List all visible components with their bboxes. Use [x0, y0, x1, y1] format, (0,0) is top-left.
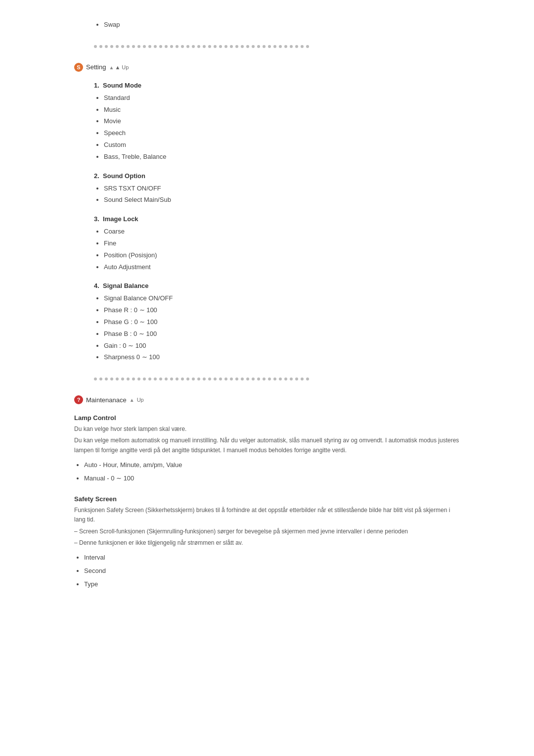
- list-item: Custom: [104, 140, 460, 150]
- list-item: Phase G : 0 ∼ 100: [104, 317, 460, 328]
- sound-mode-title: 1. Sound Mode: [94, 82, 460, 89]
- list-item: SRS TSXT ON/OFF: [104, 184, 460, 194]
- dot-divider-top: [74, 45, 460, 48]
- list-item: Phase R : 0 ∼ 100: [104, 305, 460, 316]
- list-item: Sound Select Main/Sub: [104, 195, 460, 205]
- list-item: Position (Posisjon): [104, 250, 460, 261]
- lamp-control-list: Auto - Hour, Minute, am/pm, Value Manual…: [74, 460, 460, 484]
- safety-screen-list: Interval Second Type: [74, 553, 460, 589]
- top-bullet-list: Swap: [94, 20, 460, 30]
- maintenance-header: ? Maintenanace ▲ Up: [74, 395, 460, 404]
- list-item: Second: [84, 566, 460, 576]
- list-item: Auto - Hour, Minute, am/pm, Value: [84, 460, 460, 471]
- list-item: Fine: [104, 238, 460, 249]
- safety-screen-para-3: – Denne funksjonen er ikke tilgjengelig …: [74, 538, 460, 548]
- setting-section: S Setting ▲▲ Up 1. Sound Mode Standard M…: [74, 63, 460, 363]
- safety-screen-title: Safety Screen: [74, 495, 460, 503]
- list-item: Phase B : 0 ∼ 100: [104, 329, 460, 339]
- maintenance-icon: ?: [74, 395, 83, 404]
- lamp-control-block: Lamp Control Du kan velge hvor sterk lam…: [74, 414, 460, 483]
- sound-option-title: 2. Sound Option: [94, 172, 460, 180]
- maintenance-section: ? Maintenanace ▲ Up Lamp Control Du kan …: [74, 395, 460, 589]
- list-item: Coarse: [104, 227, 460, 237]
- signal-balance-list: Signal Balance ON/OFF Phase R : 0 ∼ 100 …: [94, 293, 460, 363]
- dot-divider-bottom: [74, 378, 460, 380]
- list-item: Interval: [84, 553, 460, 563]
- list-item: Movie: [104, 116, 460, 127]
- setting-up-link[interactable]: ▲▲ Up: [109, 64, 129, 70]
- signal-balance-title: 4. Signal Balance: [94, 282, 460, 289]
- up-arrow-icon: ▲: [109, 65, 114, 70]
- list-item: Sharpness 0 ∼ 100: [104, 352, 460, 363]
- sound-mode-list: Standard Music Movie Speech Custom Bass,…: [94, 93, 460, 162]
- up-arrow-icon-2: ▲: [130, 397, 134, 403]
- setting-numbered-list: 1. Sound Mode Standard Music Movie Speec…: [94, 82, 460, 363]
- lamp-control-para-2: Du kan velge mellom automatisk og manuel…: [74, 436, 460, 455]
- list-item: Music: [104, 105, 460, 115]
- maintenance-up-link[interactable]: ▲ Up: [130, 397, 144, 403]
- list-item: Signal Balance ON/OFF: [104, 293, 460, 304]
- setting-icon: S: [74, 63, 83, 72]
- list-item: Bass, Treble, Balance: [104, 152, 460, 162]
- list-item: Standard: [104, 93, 460, 103]
- top-bullet-item: Swap: [104, 20, 460, 30]
- sound-option-list: SRS TSXT ON/OFF Sound Select Main/Sub: [94, 184, 460, 206]
- setting-header: S Setting ▲▲ Up: [74, 63, 460, 72]
- list-item: Manual - 0 ∼ 100: [84, 473, 460, 484]
- lamp-control-para-1: Du kan velge hvor sterk lampen skal være…: [74, 425, 460, 434]
- list-item: Type: [84, 579, 460, 590]
- top-bullet-section: Swap: [94, 20, 460, 30]
- safety-screen-para-1: Funksjonen Safety Screen (Sikkerhetsskje…: [74, 506, 460, 524]
- maintenance-title: Maintenanace: [86, 396, 127, 404]
- image-lock-item: 3. Image Lock Coarse Fine Position (Posi…: [94, 215, 460, 272]
- lamp-control-title: Lamp Control: [74, 414, 460, 422]
- list-item: Gain : 0 ∼ 100: [104, 341, 460, 351]
- image-lock-list: Coarse Fine Position (Posisjon) Auto Adj…: [94, 227, 460, 272]
- safety-screen-block: Safety Screen Funksjonen Safety Screen (…: [74, 495, 460, 589]
- safety-screen-para-2: – Screen Scroll-funksjonen (Skjermrullin…: [74, 527, 460, 536]
- list-item: Speech: [104, 128, 460, 139]
- signal-balance-item: 4. Signal Balance Signal Balance ON/OFF …: [94, 282, 460, 363]
- image-lock-title: 3. Image Lock: [94, 215, 460, 223]
- list-item: Auto Adjustment: [104, 262, 460, 273]
- sound-option-item: 2. Sound Option SRS TSXT ON/OFF Sound Se…: [94, 172, 460, 206]
- sound-mode-item: 1. Sound Mode Standard Music Movie Speec…: [94, 82, 460, 162]
- setting-title: Setting: [86, 63, 106, 71]
